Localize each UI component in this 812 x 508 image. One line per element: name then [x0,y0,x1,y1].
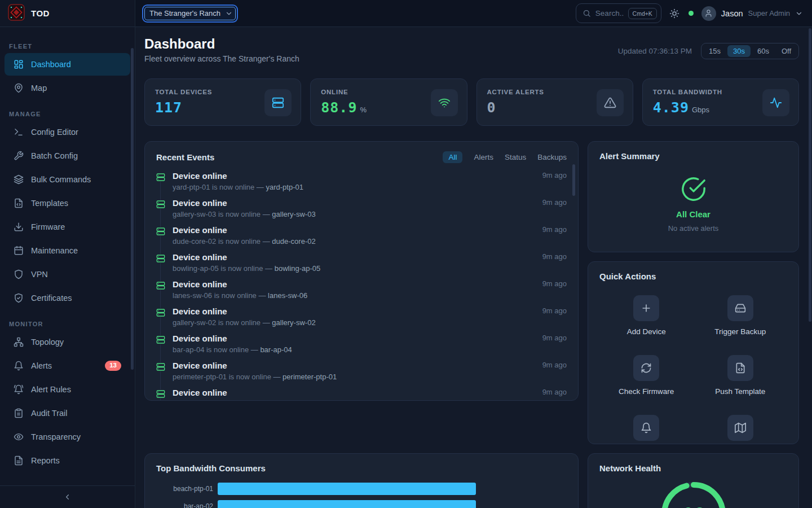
event-row[interactable]: Device online bowling-ap-05 is now onlin… [156,252,567,279]
stat-value: 4.39 [653,99,689,116]
quick-action-tile [633,295,659,321]
quick-actions-panel: Quick Actions Add Device Trigger Backup … [588,261,799,444]
quick-action-open-map[interactable]: Open Map [694,415,788,444]
quick-action-label: Add Device [627,327,666,336]
theme-toggle-button[interactable] [669,8,681,19]
refresh-option-15s[interactable]: 15s [703,45,726,57]
event-row[interactable]: Device online lanes-sw-06 is now online … [156,279,567,306]
sun-icon [669,8,679,19]
bandwidth-panel: Top Bandwidth Consumers beach-ptp-01 bar… [144,453,579,508]
user-icon [704,9,713,17]
events-tab-status[interactable]: Status [505,151,526,163]
events-scrollbar[interactable] [572,164,575,196]
event-row[interactable]: Device online 9m ago [156,388,567,401]
sidebar-item-topology[interactable]: Topology [5,331,130,353]
stat-card-total-devices: TOTAL DEVICES 117 [144,78,301,126]
sidebar-item-templates[interactable]: Templates [5,192,130,214]
quick-action-tile [727,415,753,441]
topbar-right: Cmd+K Jason Super Admin [576,3,803,23]
sidebar-footer [0,485,135,508]
sidebar-item-label: Alert Rules [31,385,71,394]
shield-icon [14,269,24,279]
event-row[interactable]: Device online perimeter-ptp-01 is now on… [156,361,567,388]
refresh-option-30s[interactable]: 30s [727,45,751,57]
main-scrollbar[interactable] [809,28,811,322]
quick-actions-grid: Add Device Trigger Backup Check Firmware… [599,295,787,444]
sidebar-item-config-editor[interactable]: Config Editor [5,121,130,143]
event-row[interactable]: Device online dude-core-02 is now online… [156,225,567,252]
quick-action-push-template[interactable]: Push Template [694,355,788,396]
device-server-icon [156,389,165,398]
events-tab-backups[interactable]: Backups [537,151,567,163]
quick-action-tile [633,355,659,381]
file-code-icon [14,198,24,208]
user-menu[interactable]: Jason Super Admin [701,6,803,21]
refresh-icon [641,362,652,374]
sidebar-item-alert-rules[interactable]: Alert Rules [5,378,130,401]
sidebar-item-transparency[interactable]: Transparency [5,426,130,448]
event-device: gallery-sw-02 [272,318,315,327]
sidebar-item-maintenance[interactable]: Maintenance [5,239,130,262]
event-description: gallery-sw-02 is now online — gallery-sw… [173,318,536,327]
sidebar-item-dashboard[interactable]: Dashboard [5,53,130,76]
sidebar-item-label: Topology [31,338,64,347]
sidebar-item-label: Audit Trail [31,409,67,418]
event-row[interactable]: Device online yard-ptp-01 is now online … [156,171,567,198]
sidebar-item-bulk-commands[interactable]: Bulk Commands [5,168,130,191]
events-tab-all[interactable]: All [443,151,462,163]
stat-card-active-alerts: ACTIVE ALERTS 0 [476,78,633,126]
quick-action-tile [727,295,753,321]
server-icon [156,200,165,209]
event-title: Device online [173,225,536,235]
event-row[interactable]: Device online bar-ap-04 is now online — … [156,334,567,361]
refresh-option-off[interactable]: Off [776,45,797,57]
sidebar-item-reports[interactable]: Reports [5,449,130,472]
site-selector[interactable]: The Stranger's Ranch [144,7,236,20]
sidebar-item-firmware[interactable]: Firmware [5,216,130,238]
stat-value: 88.9 [321,99,357,116]
event-time: 9m ago [542,361,567,369]
device-server-icon [156,335,165,344]
device-server-icon [156,281,165,290]
event-device: gallery-sw-03 [272,210,315,218]
sidebar-item-vpn[interactable]: VPN [5,263,130,286]
network-health-gauge: 96 [599,480,787,508]
search-box[interactable]: Cmd+K [576,3,661,23]
sidebar-collapse-button[interactable] [0,486,135,508]
brand-name: TOD [31,8,50,18]
page-header-right: Updated 07:36:13 PM 15s30s60sOff [618,43,799,59]
nav-section-label: MANAGE [9,111,126,117]
event-title: Device online [173,334,536,343]
sidebar-scrollbar[interactable] [131,48,134,370]
bandwidth-bar-track [218,483,567,495]
bandwidth-title: Top Bandwidth Consumers [156,463,266,473]
event-title: Device online [173,388,536,397]
device-server-icon [156,308,165,317]
sidebar-item-label: Config Editor [31,128,78,137]
refresh-option-60s[interactable]: 60s [752,45,775,57]
event-row[interactable]: Device online gallery-sw-03 is now onlin… [156,198,567,225]
search-input[interactable] [595,9,624,17]
stat-icon-tile [762,89,789,116]
stat-unit: % [360,106,367,114]
sidebar-item-audit-trail[interactable]: Audit Trail [5,402,130,424]
sidebar-item-certificates[interactable]: Certificates [5,287,130,309]
event-device: bar-ap-04 [260,345,292,354]
quick-action-check-firmware[interactable]: Check Firmware [599,355,694,396]
events-tab-alerts[interactable]: Alerts [474,151,493,163]
dashboard-icon [14,59,24,69]
brand-area: TOD [0,0,135,27]
quick-action-view-alerts[interactable]: View Alerts [599,415,694,444]
sidebar-item-alerts[interactable]: Alerts 13 [5,354,130,377]
sidebar-item-map[interactable]: Map [5,77,130,99]
health-gauge-ring: 96 [660,480,727,508]
bandwidth-bar [218,500,476,508]
event-time: 9m ago [542,388,567,396]
quick-action-trigger-backup[interactable]: Trigger Backup [694,295,788,336]
quick-action-add-device[interactable]: Add Device [599,295,694,336]
wifi-icon [438,97,451,109]
refresh-interval-group: 15s30s60sOff [701,43,799,59]
event-row[interactable]: Device online gallery-sw-02 is now onlin… [156,306,567,334]
sidebar-item-batch-config[interactable]: Batch Config [5,144,130,167]
eye-icon [14,432,24,442]
